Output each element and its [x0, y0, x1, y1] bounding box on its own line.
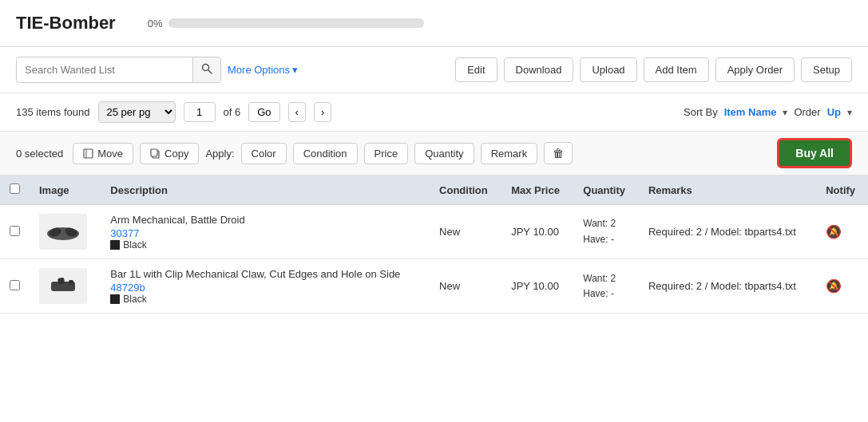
- copy-label: Copy: [164, 148, 188, 160]
- image-column-header: Image: [30, 176, 101, 205]
- quantity-cell: Want: 2 Have: -: [573, 205, 639, 259]
- select-all-header[interactable]: [0, 176, 30, 205]
- svg-rect-10: [57, 278, 65, 285]
- next-page-button[interactable]: ›: [314, 102, 331, 122]
- remarks-cell: Required: 2 / Model: tbparts4.txt: [639, 205, 816, 259]
- chevron-right-icon: ›: [321, 106, 324, 118]
- remark-button[interactable]: Remark: [481, 143, 538, 164]
- want-value: Want: 2: [583, 271, 629, 286]
- row-checkbox[interactable]: [10, 226, 20, 236]
- price-button[interactable]: Price: [364, 143, 409, 164]
- apply-order-button[interactable]: Apply Order: [715, 57, 795, 82]
- item-image: [39, 214, 87, 250]
- row-checkbox-cell[interactable]: [0, 259, 30, 314]
- search-button[interactable]: [192, 57, 220, 82]
- selected-count: 0 selected: [16, 148, 63, 160]
- item-thumbnail: [43, 272, 83, 300]
- item-link[interactable]: 48729b: [110, 282, 145, 294]
- go-button[interactable]: Go: [248, 102, 279, 122]
- notify-column-header: Notify: [816, 176, 868, 205]
- row-checkbox-cell[interactable]: [0, 205, 30, 259]
- copy-button[interactable]: Copy: [140, 143, 199, 164]
- sort-value[interactable]: Item Name: [724, 106, 777, 118]
- item-image: [39, 268, 87, 304]
- condition-cell: New: [430, 205, 501, 259]
- notify-icon[interactable]: 🔕: [826, 279, 842, 293]
- notify-cell[interactable]: 🔕: [816, 205, 868, 259]
- quantity-button[interactable]: Quantity: [414, 143, 474, 164]
- table-container: Image Description Condition Max Price Qu…: [0, 176, 868, 314]
- notify-icon[interactable]: 🔕: [826, 225, 842, 239]
- apply-label: Apply:: [205, 148, 234, 160]
- item-link[interactable]: 30377: [110, 227, 139, 239]
- item-color: Black: [110, 239, 420, 250]
- download-button[interactable]: Download: [504, 57, 574, 82]
- more-options-button[interactable]: More Options ▾: [228, 64, 298, 76]
- move-button[interactable]: Move: [73, 143, 133, 164]
- progress-label: 0%: [148, 18, 163, 30]
- page-title: TIE-Bomber: [16, 13, 116, 34]
- item-name: Bar 1L with Clip Mechanical Claw, Cut Ed…: [110, 267, 420, 282]
- color-button[interactable]: Color: [241, 143, 287, 164]
- have-value: Have: -: [583, 232, 629, 247]
- search-input[interactable]: [17, 58, 192, 81]
- max-price-cell: JPY 10.00: [501, 205, 573, 259]
- quantity-cell: Want: 2 Have: -: [573, 259, 639, 314]
- buy-all-button[interactable]: Buy All: [777, 138, 852, 168]
- svg-rect-2: [84, 149, 93, 158]
- want-value: Want: 2: [583, 216, 629, 231]
- page-input[interactable]: [184, 102, 216, 122]
- move-icon: [83, 148, 93, 159]
- have-value: Have: -: [583, 286, 629, 302]
- progress-section: 0%: [148, 18, 852, 30]
- edit-button[interactable]: Edit: [455, 57, 497, 82]
- svg-rect-11: [69, 280, 73, 285]
- order-value[interactable]: Up: [827, 106, 841, 118]
- select-all-checkbox[interactable]: [10, 183, 20, 194]
- items-found: 135 items found: [16, 106, 90, 118]
- item-color: Black: [110, 294, 420, 305]
- want-have: Want: 2 Have: -: [583, 216, 629, 246]
- condition-button[interactable]: Condition: [293, 143, 358, 164]
- remarks-cell: Required: 2 / Model: tbparts4.txt: [639, 259, 816, 314]
- item-image-cell: [30, 259, 101, 314]
- delete-button[interactable]: 🗑: [544, 142, 573, 164]
- items-table: Image Description Condition Max Price Qu…: [0, 176, 868, 314]
- trash-icon: 🗑: [553, 147, 564, 160]
- sort-section: Sort By Item Name ▾ Order Up ▾: [684, 106, 852, 118]
- order-dropdown-button[interactable]: ▾: [847, 107, 852, 118]
- item-name: Arm Mechanical, Battle Droid: [110, 213, 420, 227]
- selection-bar: 0 selected Move Copy Apply: Color Condit…: [0, 132, 868, 176]
- color-label: Black: [123, 294, 146, 305]
- prev-page-button[interactable]: ‹: [288, 102, 306, 122]
- description-column-header: Description: [101, 176, 430, 205]
- svg-line-1: [208, 70, 212, 74]
- sort-dropdown-button[interactable]: ▾: [783, 107, 787, 118]
- max-price-cell: JPY 10.00: [501, 259, 573, 314]
- want-have: Want: 2 Have: -: [583, 271, 629, 302]
- table-row: Arm Mechanical, Battle Droid 30377 Black…: [0, 205, 868, 259]
- condition-cell: New: [430, 259, 501, 314]
- add-item-button[interactable]: Add Item: [644, 57, 709, 82]
- of-pages: of 6: [224, 106, 241, 118]
- move-label: Move: [97, 148, 123, 160]
- table-row: Bar 1L with Clip Mechanical Claw, Cut Ed…: [0, 259, 868, 314]
- toolbar: More Options ▾ Edit Download Upload Add …: [0, 47, 868, 93]
- max-price-column-header: Max Price: [501, 176, 573, 205]
- search-wrapper: [16, 57, 221, 83]
- color-swatch: [110, 240, 120, 250]
- sort-label: Sort By: [684, 106, 718, 118]
- color-swatch: [110, 294, 120, 304]
- notify-cell[interactable]: 🔕: [816, 259, 868, 314]
- more-options-label: More Options: [228, 64, 290, 76]
- setup-button[interactable]: Setup: [801, 57, 852, 82]
- copy-icon: [150, 148, 161, 159]
- color-label: Black: [123, 239, 146, 250]
- item-description-cell: Bar 1L with Clip Mechanical Claw, Cut Ed…: [101, 259, 430, 314]
- header: TIE-Bomber 0%: [0, 0, 868, 47]
- upload-button[interactable]: Upload: [580, 57, 636, 82]
- quantity-column-header: Quantity: [573, 176, 639, 205]
- svg-rect-5: [151, 149, 157, 156]
- row-checkbox[interactable]: [10, 280, 20, 290]
- per-page-select[interactable]: 10 per pg 25 per pg 50 per pg 100 per pg: [98, 101, 176, 123]
